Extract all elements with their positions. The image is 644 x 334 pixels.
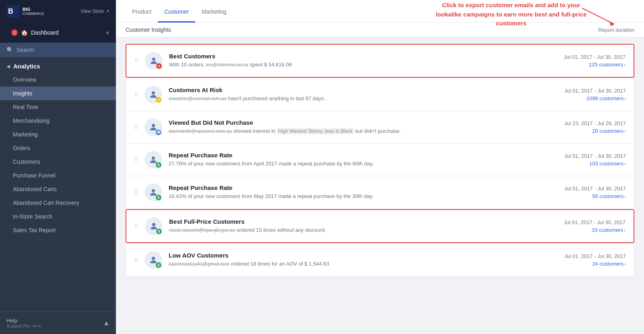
insight-description: daventridh@optusnet.com.au showed intere… xyxy=(169,128,539,135)
tab-product[interactable]: Product xyxy=(126,2,158,23)
svg-point-5 xyxy=(152,91,155,95)
count-label: 1096 customers xyxy=(586,95,624,101)
low-aov-icon: $ xyxy=(144,251,162,269)
dollar-badge: $ xyxy=(156,229,162,234)
customer-count-link[interactable]: 125 customers › xyxy=(589,62,625,68)
sidebar-item-purchase-funnel[interactable]: Purchase Funnel xyxy=(0,169,116,182)
main-content: Product Customer Marketing Click to expo… xyxy=(116,0,644,334)
insight-meta: Jul 01, 2017 - Jul 30, 2017 24 customers… xyxy=(545,253,626,267)
customer-count-link[interactable]: 1096 customers › xyxy=(586,95,626,101)
insight-content: Viewed But Did Not Purchase daventridh@o… xyxy=(169,119,539,135)
insight-description: katenmackay41@gmail.com ordered 18 times… xyxy=(169,260,539,268)
insight-card-best-full-price[interactable]: ⠿ $ Best Full-Price Customers nicole.bia… xyxy=(126,209,634,243)
email-text: daventridh@optusnet.com.au xyxy=(169,128,232,134)
insight-description: 27.76% of your new customers from April … xyxy=(169,160,539,167)
customer-count-link[interactable]: 24 customers › xyxy=(592,261,626,267)
sidebar-item-overview[interactable]: Overview xyxy=(0,73,116,87)
count-label: 24 customers xyxy=(592,261,623,267)
help-label[interactable]: Help xyxy=(6,318,41,324)
svg-point-10 xyxy=(152,257,155,260)
drag-handle-icon: ⠿ xyxy=(134,91,138,98)
search-icon: 🔍 xyxy=(6,47,13,53)
dollar-badge: $ xyxy=(156,262,161,268)
chevron-right-icon: › xyxy=(624,228,625,233)
svg-point-6 xyxy=(152,124,155,127)
customer-count-link[interactable]: 20 customers › xyxy=(592,128,626,134)
date-range: Jul 01, 2017 - Jul 30, 2017 xyxy=(564,88,626,94)
customer-count-link[interactable]: 56 customers › xyxy=(592,193,626,199)
insight-card-repeat-purchase-2[interactable]: ⠿ $ Repeat Purchase Rate 16.42% of your … xyxy=(126,176,634,208)
drag-handle-icon: ⠿ xyxy=(134,58,138,64)
insight-content: Best Customers With 10 orders, lee@shime… xyxy=(169,53,539,68)
svg-text:B: B xyxy=(8,7,13,15)
insight-card-repeat-purchase-1[interactable]: ⠿ $ Repeat Purchase Rate 27.76% of your … xyxy=(126,144,634,176)
chevron-right-icon: › xyxy=(624,62,625,67)
sidebar-search-button[interactable]: 🔍 Search xyxy=(0,43,116,57)
sidebar-item-insights[interactable]: Insights xyxy=(0,87,116,100)
drag-handle-icon: ⠿ xyxy=(134,157,138,163)
insight-card-low-aov[interactable]: ⠿ $ Low AOV Customers katenmackay41@gmai… xyxy=(126,244,634,276)
insight-meta: Jul 01, 2017 - Jul 30, 2017 103 customer… xyxy=(545,153,626,167)
logo-wordmark: BIG COMMERCE xyxy=(23,7,44,15)
insight-title: Repeat Purchase Rate xyxy=(169,184,539,191)
date-range: Jul 01, 2017 - Jul 30, 2017 xyxy=(564,253,626,259)
sidebar-item-merchandising[interactable]: Merchandising xyxy=(0,114,116,128)
top-tabs-bar: Product Customer Marketing Click to expo… xyxy=(116,0,644,23)
svg-point-7 xyxy=(152,157,155,160)
svg-line-2 xyxy=(582,8,614,24)
customer-count-link[interactable]: 33 customers › xyxy=(592,227,625,233)
sidebar-item-customers[interactable]: Customers xyxy=(0,155,116,169)
external-link-icon: ↗ xyxy=(105,8,109,14)
insight-card-customers-at-risk[interactable]: ⠿ ⚠ Customers At Risk mwalshe@exemail.co… xyxy=(126,78,634,111)
sidebar-footer: Help Support Pin: ••• •• ▲ xyxy=(0,311,116,334)
insight-card-viewed-not-purchased[interactable]: ⠿ 👁 Viewed But Did Not Purchase daventri… xyxy=(126,111,634,144)
logo-commerce: COMMERCE xyxy=(23,12,44,16)
repeat-purchase-2-icon: $ xyxy=(144,183,162,201)
sidebar-footer-chevron-icon[interactable]: ▲ xyxy=(103,320,109,327)
card-group-bottom: ⠿ $ Low AOV Customers katenmackay41@gmai… xyxy=(126,243,634,276)
help-section: Help Support Pin: ••• •• xyxy=(6,318,41,328)
best-customers-icon: ♥ xyxy=(145,52,163,70)
logo-big: BIG xyxy=(23,7,44,12)
heart-badge: ♥ xyxy=(156,63,162,69)
insight-card-inner: ⠿ $ Best Full-Price Customers nicole.bia… xyxy=(126,210,634,242)
sidebar-item-marketing[interactable]: Marketing xyxy=(0,128,116,141)
sidebar-analytics-section[interactable]: ◀ Analytics xyxy=(0,57,116,73)
customers-at-risk-icon: ⚠ xyxy=(144,86,162,103)
dollar-badge: $ xyxy=(156,195,161,200)
bigcommerce-logo-icon: B xyxy=(6,5,19,18)
sidebar-item-sales-tax-report[interactable]: Sales Tax Report xyxy=(0,223,116,237)
insight-card-best-customers[interactable]: ⠿ ♥ Best Customers With 10 orders, lee@s… xyxy=(126,44,634,78)
content-subheader: Customer Insights Report duration xyxy=(116,23,644,37)
report-duration-label: Report duration xyxy=(598,27,634,33)
sidebar-item-in-store-search[interactable]: In-Store Search xyxy=(0,210,116,223)
insight-content: Best Full-Price Customers nicole.bianchi… xyxy=(169,218,539,234)
chevron-right-icon: › xyxy=(624,96,626,101)
insight-content: Repeat Purchase Rate 27.76% of your new … xyxy=(169,152,539,167)
support-pin-value: ••• •• xyxy=(32,324,41,328)
tab-customer[interactable]: Customer xyxy=(158,2,195,23)
dashboard-badge: 2 xyxy=(11,29,18,36)
insight-card-inner: ⠿ ♥ Best Customers With 10 orders, lee@s… xyxy=(126,45,634,77)
viewed-not-purchase-icon: 👁 xyxy=(144,118,162,136)
sidebar: B BIG COMMERCE View Store ↗ 2 🏠 Dashboar… xyxy=(0,0,116,334)
drag-handle-icon: ⠿ xyxy=(134,124,138,130)
sidebar-item-realtime[interactable]: Real Time xyxy=(0,100,116,114)
sidebar-collapse-button[interactable]: « xyxy=(106,29,109,36)
insight-title: Repeat Purchase Rate xyxy=(169,152,539,159)
search-label: Search xyxy=(17,47,34,53)
date-range: Jul 01, 2017 - Jul 30, 2017 xyxy=(564,54,625,60)
sidebar-item-orders[interactable]: Orders xyxy=(0,141,116,155)
count-label: 33 customers xyxy=(592,227,623,233)
view-store-link[interactable]: View Store ↗ xyxy=(80,8,109,14)
dashboard-nav-item[interactable]: 2 🏠 Dashboard xyxy=(6,26,64,39)
email-text: mwalshe@exemail.com.au xyxy=(169,96,227,101)
tab-marketing[interactable]: Marketing xyxy=(195,2,233,23)
sidebar-item-abandoned-cart-recovery[interactable]: Abandoned Cart Recovery xyxy=(0,196,116,210)
insight-meta: Jul 01, 2017 - Jul 30, 2017 1096 custome… xyxy=(545,88,626,101)
insight-content: Repeat Purchase Rate 16.42% of your new … xyxy=(169,184,539,200)
count-label: 103 customers xyxy=(589,161,623,167)
logo-area: B BIG COMMERCE xyxy=(6,5,44,18)
sidebar-item-abandoned-carts[interactable]: Abandoned Carts xyxy=(0,182,116,196)
customer-count-link[interactable]: 103 customers › xyxy=(589,161,626,167)
